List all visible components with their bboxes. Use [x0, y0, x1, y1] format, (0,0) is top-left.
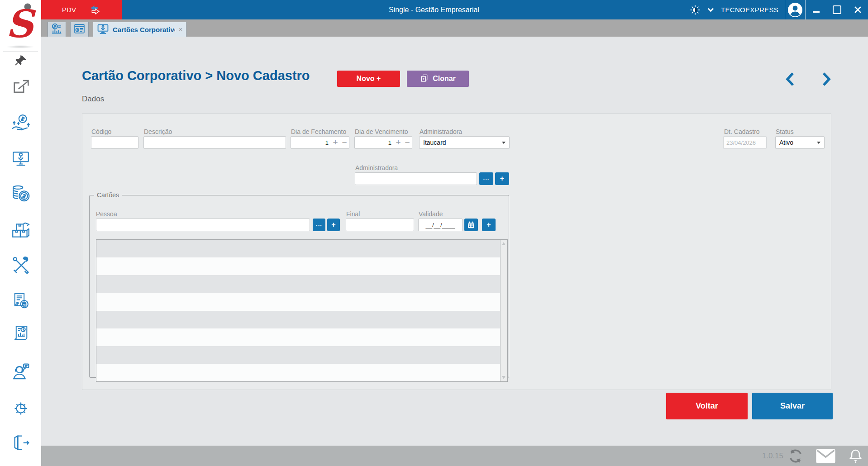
dia-vencimento-stepper[interactable]: 1 + − — [354, 136, 412, 149]
titlebar: PDV — [41, 0, 868, 19]
dt-cadastro-label: Dt. Cadastro — [724, 128, 760, 135]
pessoa-input[interactable] — [96, 219, 310, 231]
administradora-lookup-input[interactable] — [355, 172, 477, 185]
scroll-up-icon[interactable] — [502, 242, 506, 245]
monitor-tab-icon — [97, 23, 109, 37]
mail-icon[interactable] — [816, 448, 836, 464]
dt-cadastro-input — [723, 136, 767, 149]
chevron-down-icon[interactable] — [707, 7, 715, 13]
administradora-select[interactable]: Itaucard — [419, 136, 510, 149]
close-icon[interactable] — [847, 0, 868, 19]
sidebar-divider — [3, 51, 38, 52]
pessoa-label: Pessoa — [96, 210, 117, 218]
next-arrow-icon[interactable] — [819, 69, 835, 89]
clonar-button[interactable]: Clonar — [407, 71, 469, 87]
add-plus-icon[interactable]: + — [495, 172, 509, 185]
descricao-input[interactable] — [143, 136, 286, 149]
finance-tab-icon — [51, 23, 63, 37]
increment-button[interactable]: + — [331, 137, 340, 148]
select-caret-icon — [817, 142, 820, 144]
codigo-input[interactable] — [91, 136, 138, 149]
descricao-label: Descrição — [144, 128, 172, 135]
increment-button[interactable]: + — [394, 137, 403, 148]
main-content: Cartão Corporativo > Novo Cadastro Novo … — [41, 37, 868, 446]
refresh-icon[interactable] — [787, 448, 804, 464]
validade-input[interactable] — [418, 219, 463, 231]
status-select[interactable]: Ativo — [775, 136, 825, 149]
status-value: Ativo — [779, 139, 793, 146]
coins-icon[interactable] — [10, 183, 31, 204]
novo-button[interactable]: Novo + — [337, 71, 400, 87]
tab-finance[interactable] — [48, 22, 66, 37]
user-name: TECNOEXPRESS — [721, 6, 778, 14]
close-tab-icon[interactable]: × — [179, 26, 182, 33]
cartoes-grid — [96, 239, 508, 382]
tab-list[interactable] — [70, 22, 89, 37]
pdv-button[interactable]: PDV — [41, 0, 122, 19]
lookup-dots-icon[interactable]: ... — [479, 172, 493, 185]
bell-icon[interactable] — [849, 448, 863, 463]
maximize-icon[interactable] — [826, 0, 847, 19]
grid-row[interactable] — [96, 311, 501, 328]
share-icon[interactable] — [10, 77, 31, 98]
scroll-down-icon[interactable] — [502, 376, 506, 379]
boxes-icon[interactable] — [10, 220, 31, 241]
dia-vencimento-label: Dia de Vencimento — [355, 128, 408, 135]
validade-label: Validade — [419, 210, 443, 218]
clone-icon — [420, 74, 429, 84]
tools-icon[interactable] — [10, 256, 31, 276]
sidebar: S — [0, 0, 41, 466]
dia-fechamento-value: 1 — [291, 139, 331, 146]
decrement-button[interactable]: − — [403, 137, 412, 148]
add-plus-icon[interactable]: + — [482, 219, 496, 231]
grid-row[interactable] — [96, 275, 501, 293]
monitor-user-icon[interactable] — [10, 148, 31, 169]
tab-bar: Cartões Corporativo × — [41, 19, 868, 37]
voltar-button[interactable]: Voltar — [666, 393, 748, 419]
tab-label: Cartões Corporativo — [113, 26, 175, 33]
svg-text:S: S — [6, 1, 36, 46]
gear-icon[interactable] — [11, 399, 31, 418]
money-hand-icon[interactable] — [10, 113, 31, 134]
cartoes-fieldset: Cartões Pessoa ... + Final Validade — [89, 191, 509, 378]
decrement-button[interactable]: − — [340, 137, 349, 148]
status-label: Status — [776, 128, 794, 135]
minimize-icon[interactable] — [806, 0, 826, 19]
cartoes-legend: Cartões — [94, 191, 122, 199]
pin-icon[interactable] — [14, 55, 27, 67]
final-input[interactable] — [346, 219, 414, 231]
logo-shadow — [6, 45, 34, 48]
tab-cartoes-corporativo[interactable]: Cartões Corporativo × — [93, 22, 186, 37]
prev-arrow-icon[interactable] — [782, 69, 798, 89]
administradora-label: Administradora — [420, 128, 462, 135]
swap-arrows-icon — [89, 4, 101, 16]
avatar-icon[interactable] — [785, 2, 805, 18]
grid-row[interactable] — [96, 346, 501, 364]
calendar-icon[interactable] — [464, 219, 478, 231]
salvar-button[interactable]: Salvar — [752, 393, 833, 419]
lookup-dots-icon[interactable]: ... — [313, 219, 325, 231]
page-title: Cartão Corporativo > Novo Cadastro — [82, 68, 310, 83]
grid-row[interactable] — [96, 293, 501, 310]
add-plus-icon[interactable]: + — [327, 219, 340, 231]
report-icon[interactable] — [10, 324, 31, 344]
cartoes-grid-rows — [96, 240, 501, 381]
invoice-icon[interactable] — [10, 291, 31, 311]
grid-scrollbar[interactable] — [500, 240, 507, 381]
grid-row[interactable] — [96, 257, 501, 275]
theme-icon[interactable] — [690, 5, 701, 15]
list-tab-icon — [73, 23, 86, 37]
grid-row[interactable] — [96, 364, 501, 381]
dia-fechamento-stepper[interactable]: 1 + − — [291, 136, 349, 149]
administradora-value: Itaucard — [423, 139, 446, 146]
codigo-label: Código — [91, 128, 111, 135]
clonar-label: Clonar — [433, 75, 456, 83]
logout-icon[interactable] — [11, 433, 30, 452]
select-caret-icon — [502, 142, 506, 144]
section-label: Dados — [82, 95, 104, 104]
grid-row[interactable] — [96, 240, 501, 257]
app-logo[interactable]: S — [2, 1, 38, 48]
form-panel: Código Descrição Dia de Fechamento 1 + −… — [82, 113, 831, 390]
grid-row[interactable] — [96, 328, 501, 346]
support-icon[interactable] — [10, 362, 31, 382]
